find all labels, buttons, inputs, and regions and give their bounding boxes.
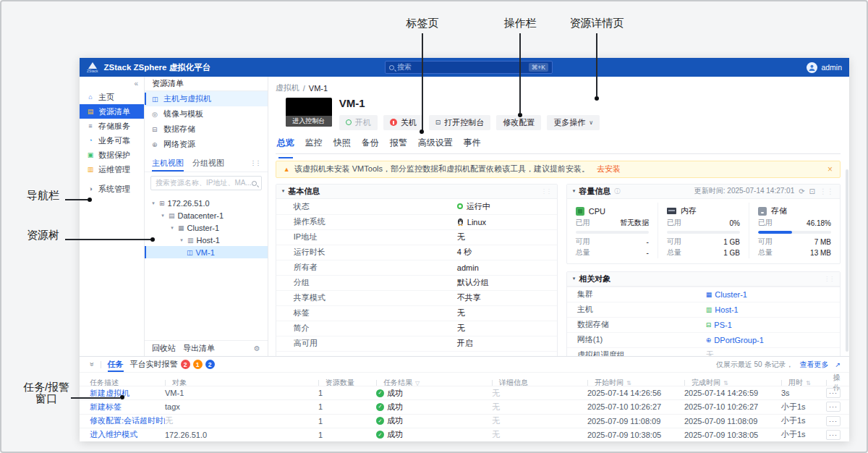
resource-item-hosts-vms[interactable]: ◫ 主机与虚拟机 bbox=[145, 91, 268, 106]
external-link-icon: ↗ bbox=[835, 361, 841, 368]
sidebar-item-data-protect[interactable]: ▣ 数据保护 bbox=[80, 148, 144, 162]
tab-host-view[interactable]: 主机视图 bbox=[152, 154, 184, 172]
info-row-tags: 标签 无 bbox=[276, 305, 557, 321]
export-list-link[interactable]: 导出清单 bbox=[183, 343, 215, 354]
resource-item-images[interactable]: ◎ 镜像与模板 bbox=[145, 106, 268, 122]
tree-node-cluster[interactable]: ▾ ▦ Cluster-1 bbox=[145, 221, 268, 234]
tab-tasks[interactable]: 任务 bbox=[108, 357, 124, 372]
tab-monitor[interactable]: 监控 bbox=[305, 137, 323, 153]
tab-events[interactable]: 事件 bbox=[464, 137, 481, 153]
annotation-dot-resource-tree bbox=[150, 237, 155, 242]
host-vm-icon: ◫ bbox=[152, 96, 160, 103]
field-value: 无 bbox=[457, 308, 465, 318]
zstack-logo-text: ZStack bbox=[87, 69, 98, 73]
datastore-link[interactable]: ⊟PS-1 bbox=[706, 321, 732, 329]
collapse-icon: « bbox=[134, 80, 138, 88]
field-value: 无 bbox=[457, 232, 465, 242]
host-link[interactable]: ▥Host-1 bbox=[706, 305, 739, 314]
panel-options-icon[interactable]: ⋮⋮ bbox=[250, 160, 260, 166]
recycle-bin-link[interactable]: 回收站 bbox=[152, 343, 176, 354]
related-objects-header[interactable]: ▾ 相关对象 ⋮⋮ bbox=[567, 272, 840, 287]
caret-down-icon[interactable]: ▾ bbox=[160, 213, 166, 219]
sidebar-item-resources[interactable]: ▤ 资源清单 bbox=[80, 104, 144, 119]
sidebar-item-home[interactable]: ⌂ 主页 bbox=[80, 90, 144, 104]
vm-header-right: VM-1 开机 关机 ⊡ 打 bbox=[339, 98, 841, 130]
sidebar-item-system[interactable]: ◑ 系统管理 bbox=[80, 182, 144, 196]
caret-down-icon[interactable]: ▾ bbox=[150, 200, 156, 206]
basic-info-header[interactable]: ▾ 基本信息 ⋮⋮ bbox=[276, 185, 557, 199]
enter-console-button[interactable]: 进入控制台 bbox=[286, 116, 332, 127]
tab-group-view[interactable]: 分组视图 bbox=[192, 154, 224, 172]
tree-node-network[interactable]: ▾ ⊞ 172.26.51.0 bbox=[145, 197, 268, 209]
tree-search-input[interactable]: 搜索资源名称、IP地址、MA... bbox=[150, 176, 262, 190]
success-check-icon: ✓ bbox=[376, 417, 384, 425]
collapse-panel-icon[interactable]: « bbox=[88, 363, 95, 367]
tree-node-label: 172.26.51.0 bbox=[168, 199, 210, 208]
tab-overview[interactable]: 总览 bbox=[277, 137, 294, 153]
tab-alarm[interactable]: 报警 bbox=[390, 137, 407, 153]
resource-item-datastore[interactable]: ⊟ 数据存储 bbox=[145, 122, 268, 137]
sidebar-collapse-button[interactable]: « bbox=[80, 77, 144, 90]
network-link[interactable]: ⊕DPortGroup-1 bbox=[706, 336, 764, 344]
sidebar-item-label: 运维管理 bbox=[98, 164, 130, 175]
user-menu[interactable]: admin bbox=[807, 62, 842, 73]
field-value: 无 bbox=[457, 323, 465, 334]
tab-snapshot[interactable]: 快照 bbox=[333, 137, 351, 153]
related-objects-card: ▾ 相关对象 ⋮⋮ 集群 ▦Cluster-1 主机 ▥Host-1 bbox=[566, 271, 841, 357]
row-actions-button[interactable]: ··· bbox=[826, 430, 841, 440]
task-desc-link[interactable]: 进入维护模式 bbox=[90, 429, 165, 440]
info-row-status: 状态 运行中 bbox=[276, 199, 557, 214]
caret-down-icon[interactable]: ▾ bbox=[179, 237, 184, 243]
task-end-time: 2025-07-10 10:26:27 bbox=[684, 402, 781, 411]
open-console-button[interactable]: ⊡ 打开控制台 bbox=[429, 115, 491, 130]
sidebar-item-ops[interactable]: ▥ 运维管理 bbox=[80, 162, 144, 177]
drag-handle-icon[interactable]: ⋮⋮ bbox=[541, 188, 551, 195]
sidebar-item-storage[interactable]: ≡ 存储服务 bbox=[80, 119, 144, 133]
resource-panel-title: 资源清单 bbox=[145, 77, 268, 91]
install-link[interactable]: 去安装 bbox=[597, 164, 621, 174]
tab-platform-alarms[interactable]: 平台实时报警 2 1 2 bbox=[130, 357, 215, 372]
gear-icon[interactable]: ⚙ bbox=[254, 344, 260, 352]
vm-console-thumbnail[interactable]: 进入控制台 bbox=[286, 98, 332, 127]
resource-item-network[interactable]: ⊕ 网络资源 bbox=[145, 137, 268, 152]
power-off-button[interactable]: 关机 bbox=[383, 115, 423, 130]
field-label: 虚拟机调度组 bbox=[567, 350, 706, 356]
row-actions-button[interactable]: ··· bbox=[826, 416, 841, 426]
cpu-available: - bbox=[647, 238, 649, 246]
row-actions-button[interactable]: ··· bbox=[826, 402, 841, 412]
tab-advanced[interactable]: 高级设置 bbox=[418, 137, 453, 153]
row-actions-button[interactable]: ··· bbox=[826, 388, 841, 398]
tree-node-vm-selected[interactable]: ◫ VM-1 bbox=[145, 246, 268, 258]
status-badge: 运行中 bbox=[457, 201, 490, 212]
drag-handle-icon[interactable]: ⋮⋮ bbox=[824, 276, 834, 282]
caret-down-icon[interactable]: ▾ bbox=[169, 225, 175, 231]
refresh-icon[interactable]: ⟳ bbox=[799, 187, 804, 195]
sidebar-item-label: 资源清单 bbox=[98, 106, 130, 117]
more-actions-button[interactable]: 更多操作 ∨ bbox=[547, 115, 600, 130]
close-icon[interactable]: × bbox=[827, 164, 833, 174]
alarm-badge-warning: 1 bbox=[193, 360, 203, 369]
global-search-input[interactable]: 搜索 ⌘+K bbox=[385, 61, 553, 74]
view-more-link[interactable]: 查看更多 bbox=[799, 360, 828, 370]
capacity-memory: 内存 已用0% 可用1 GB 总量1 GB bbox=[658, 203, 749, 258]
sidebar-item-business[interactable]: ◔ 业务可靠 bbox=[80, 133, 144, 148]
tree-node-datacenter[interactable]: ▾ ▤ Datacenter-1 bbox=[145, 209, 268, 221]
task-desc-link[interactable]: 修改配置:会话超时时间 bbox=[90, 415, 165, 426]
task-alarm-panel: « 任务 平台实时报警 2 1 2 仅展示最近 50 条记录， 查看更多 ↗ 任… bbox=[80, 356, 849, 441]
field-label: 数据存储 bbox=[567, 319, 706, 330]
vertical-scrollbar[interactable] bbox=[846, 169, 848, 352]
capacity-header[interactable]: ▾ 容量信息 ⓘ 更新时间: 2025-07-14 14:27:01 ⟳ ⊡ ⋮… bbox=[567, 185, 840, 199]
host-icon: ▥ bbox=[706, 306, 712, 313]
annotation-detail-page: 资源详情页 bbox=[570, 17, 624, 30]
power-on-button[interactable]: 开机 bbox=[339, 115, 378, 130]
tree-node-host[interactable]: ▾ ▥ Host-1 bbox=[145, 234, 268, 246]
breadcrumb-parent[interactable]: 虚拟机 bbox=[276, 82, 299, 93]
os-value: Linux bbox=[457, 218, 486, 226]
task-desc-link[interactable]: 新建标签 bbox=[90, 402, 165, 412]
drag-handle-icon[interactable]: ⋮⋮ bbox=[820, 187, 834, 195]
tab-backup[interactable]: 备份 bbox=[362, 137, 379, 153]
fullscreen-icon[interactable]: ⊡ bbox=[809, 187, 815, 195]
cluster-link[interactable]: ▦Cluster-1 bbox=[706, 290, 747, 299]
resource-item-label: 镜像与模板 bbox=[163, 109, 203, 119]
success-check-icon: ✓ bbox=[376, 431, 384, 439]
